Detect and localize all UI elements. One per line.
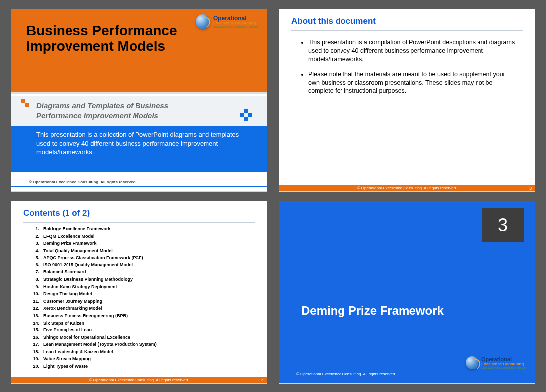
title-line1: Business Performance — [26, 23, 177, 38]
logo-line3: Empowering Sustainable Change — [481, 366, 526, 369]
contents-item-number: 14. — [28, 320, 39, 327]
contents-item: 3.Deming Prize Framework — [28, 240, 257, 247]
footer-page: 4 — [261, 377, 264, 383]
page-header: Contents (1 of 2) — [23, 208, 255, 223]
contents-item-label: Five Principles of Lean — [43, 327, 92, 332]
globe-icon — [466, 356, 478, 369]
contents-item-label: Baldrige Excellence Framework — [43, 226, 111, 231]
contents-item-number: 8. — [28, 276, 39, 283]
contents-item-label: Design Thinking Model — [43, 291, 92, 296]
decor-squares-left — [21, 99, 31, 109]
contents-item-label: Business Process Reengineering (BPR) — [43, 313, 128, 318]
contents-item-label: APQC Process Classification Framework (P… — [43, 255, 143, 260]
contents-item-label: Xerox Benchmarking Model — [43, 306, 102, 311]
title-block: Business Performance Improvement Models … — [11, 9, 267, 94]
contents-item-label: EFQM Excellence Model — [43, 234, 95, 239]
description-block: This presentation is a collection of Pow… — [11, 126, 267, 172]
logo: Operational Excellence Consulting Empowe… — [196, 14, 258, 29]
contents-item: 10.Design Thinking Model — [28, 290, 257, 298]
contents-item: 6.ISO 9001:2015 Quality Management Model — [28, 261, 257, 269]
contents-item-number: 1. — [28, 225, 39, 233]
contents-item: 15.Five Principles of Lean — [28, 327, 257, 334]
title-text: Business Performance Improvement Models — [26, 23, 187, 54]
footer-copyright: © Operational Excellence Consulting. All… — [11, 377, 267, 383]
contents-item-number: 9. — [28, 283, 39, 291]
logo: Operational Excellence Consulting Empowe… — [466, 356, 526, 369]
section-number: 3 — [498, 215, 508, 236]
contents-item-label: Shingo Model for Operational Excellence — [43, 335, 130, 340]
contents-item-label: Hoshin Kanri Strategy Deployment — [43, 284, 117, 289]
svg-rect-4 — [248, 113, 252, 117]
contents-item-label: Six Steps of Kaizen — [43, 321, 84, 326]
logo-line3: Empowering Sustainable Change — [213, 25, 258, 28]
contents-item: 7.Balanced Scorecard — [28, 268, 257, 276]
footer-bar: © Operational Excellence Consulting. All… — [279, 185, 535, 191]
about-body: This presentation is a compilation of Po… — [301, 38, 518, 102]
contents-item-label: Strategic Business Planning Methodology — [43, 277, 133, 282]
contents-item-label: Balanced Scorecard — [43, 269, 86, 274]
contents-item-label: Eight Types of Waste — [43, 364, 88, 369]
section-title: Deming Prize Framework — [301, 304, 444, 318]
contents-item-number: 19. — [28, 355, 39, 363]
contents-item: 13.Business Process Reengineering (BPR) — [28, 312, 257, 320]
logo-line2: Excellence Consulting — [213, 21, 258, 25]
contents-item: 17.Lean Management Model (Toyota Product… — [28, 341, 257, 348]
canvas: Business Performance Improvement Models … — [0, 0, 546, 392]
svg-rect-0 — [21, 99, 25, 103]
contents-item: 11.Customer Journey Mapping — [28, 298, 257, 305]
contents-item-number: 18. — [28, 348, 39, 356]
logo-line1: Operational — [481, 357, 526, 362]
about-bullet-2: Please note that the materials are meant… — [308, 70, 518, 96]
bottom-rule — [11, 186, 267, 187]
contents-item-label: Lean Leadership & Kaizen Model — [43, 349, 113, 354]
contents-item-number: 15. — [28, 327, 39, 334]
contents-item: 1.Baldrige Excellence Framework — [28, 225, 257, 233]
section-number-box: 3 — [482, 208, 524, 242]
logo-line2: Excellence Consulting — [481, 362, 526, 366]
contents-item: 5.APQC Process Classification Framework … — [28, 254, 257, 261]
globe-icon — [196, 14, 210, 29]
logo-text: Operational Excellence Consulting Empowe… — [213, 15, 258, 28]
contents-item-number: 10. — [28, 290, 39, 298]
copyright: © Operational Excellence Consulting. All… — [29, 180, 136, 184]
description-text: This presentation is a collection of Pow… — [36, 131, 239, 156]
slide-3-contents: Contents (1 of 2) 1.Baldrige Excellence … — [11, 201, 267, 384]
contents-item-number: 16. — [28, 334, 39, 341]
contents-item: 16.Shingo Model for Operational Excellen… — [28, 334, 257, 341]
contents-item-label: ISO 9001:2015 Quality Management Model — [43, 262, 133, 267]
contents-item: 12.Xerox Benchmarking Model — [28, 305, 257, 312]
contents-item-label: Deming Prize Framework — [43, 241, 97, 246]
slide-1-title: Business Performance Improvement Models … — [11, 9, 267, 192]
contents-item-number: 4. — [28, 247, 39, 255]
contents-item: 4.Total Quality Management Model — [28, 247, 257, 255]
page-header: About this document — [291, 16, 523, 31]
contents-item-label: Value Stream Mapping — [43, 356, 91, 361]
logo-text: Operational Excellence Consulting Empowe… — [481, 357, 526, 369]
about-bullet-1: This presentation is a compilation of Po… — [308, 38, 518, 64]
contents-item-number: 11. — [28, 298, 39, 305]
contents-item: 18.Lean Leadership & Kaizen Model — [28, 348, 257, 356]
footer-page: 3 — [529, 185, 532, 191]
contents-item-number: 2. — [28, 233, 39, 240]
svg-rect-2 — [244, 109, 248, 113]
slide-4-section: 3 Deming Prize Framework Operational Exc… — [279, 201, 535, 384]
contents-item-number: 12. — [28, 305, 39, 312]
contents-item: 20.Eight Types of Waste — [28, 363, 257, 370]
contents-item-label: Total Quality Management Model — [43, 248, 113, 253]
contents-item-number: 5. — [28, 254, 39, 261]
svg-rect-3 — [240, 113, 244, 117]
slide-2-about: About this document This presentation is… — [279, 9, 535, 192]
svg-rect-1 — [25, 103, 29, 107]
contents-item: 2.EFQM Excellence Model — [28, 233, 257, 240]
contents-item-number: 13. — [28, 312, 39, 320]
copyright: © Operational Excellence Consulting. All… — [296, 372, 396, 376]
contents-list: 1.Baldrige Excellence Framework2.EFQM Ex… — [28, 225, 257, 370]
title-line2: Improvement Models — [26, 38, 165, 54]
contents-item-number: 6. — [28, 261, 39, 269]
contents-item: 8.Strategic Business Planning Methodolog… — [28, 276, 257, 283]
contents-item-number: 7. — [28, 268, 39, 276]
contents-item: 19.Value Stream Mapping — [28, 355, 257, 363]
contents-item-number: 3. — [28, 240, 39, 247]
contents-item-number: 20. — [28, 363, 39, 370]
contents-item-number: 17. — [28, 341, 39, 348]
